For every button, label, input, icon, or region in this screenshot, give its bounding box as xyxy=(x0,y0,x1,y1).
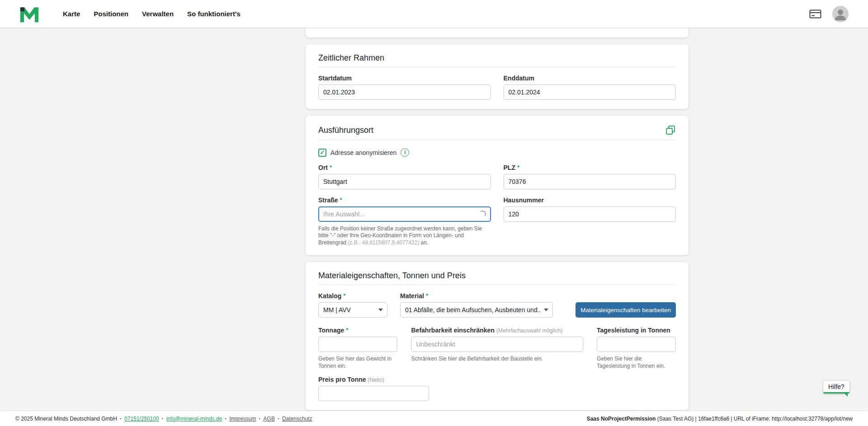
top-navbar: Karte Positionen Verwalten So funktionie… xyxy=(0,0,868,28)
hausnummer-input[interactable] xyxy=(504,206,676,222)
card-icon[interactable] xyxy=(809,9,821,19)
nav-item-positionen[interactable]: Positionen xyxy=(94,10,128,18)
mineral-minds-logo[interactable] xyxy=(19,4,39,24)
material-label: Material* xyxy=(400,292,553,300)
required-asterisk: * xyxy=(346,327,348,333)
tonnage-label: Tonnage* xyxy=(318,327,397,334)
divider xyxy=(318,140,676,140)
card-title: Ausführungsort xyxy=(318,126,373,135)
person-icon xyxy=(832,6,849,22)
field-preis: Preis pro Tonne (Netto) xyxy=(318,376,429,401)
required-asterisk: * xyxy=(340,197,342,203)
strasse-help-text: Falls die Position keiner Straße zugeord… xyxy=(318,225,490,246)
ort-label: Ort* xyxy=(318,164,491,171)
environment-details: (Saas Test AG) | 16fae1ffc6a6 | URL of i… xyxy=(656,416,853,422)
environment-name: Saas NoProjectPermission xyxy=(587,416,656,422)
field-plz: PLZ* xyxy=(504,164,676,189)
chevron-down-icon xyxy=(378,309,383,311)
environment-info: Saas NoProjectPermission (Saas Test AG) … xyxy=(587,416,853,422)
befahrbarkeit-input[interactable] xyxy=(411,337,583,352)
card-bottom-partial xyxy=(306,28,689,37)
separator-dot xyxy=(256,416,264,422)
tonnage-help-text: Geben Sie hier das Gewicht in Tonnen ein… xyxy=(318,356,397,370)
field-katalog: Katalog* MM | AVV xyxy=(318,292,387,318)
field-tonnage: Tonnage* Geben Sie hier das Gewicht in T… xyxy=(318,327,397,370)
anonymize-checkbox[interactable] xyxy=(318,149,326,157)
katalog-label: Katalog* xyxy=(318,292,387,300)
field-befahrbarkeit: Befahrbarkeit einschränken (Mehrfachausw… xyxy=(411,327,583,370)
tagesleistung-label: Tagesleistung in Tonnen xyxy=(597,327,676,334)
field-strasse: Straße* Falls die Position keiner Straße… xyxy=(318,197,491,246)
befahrbarkeit-help-text: Schränken Sie hier die Befahrbarkeit der… xyxy=(411,356,583,363)
startdatum-label: Startdatum xyxy=(318,75,491,82)
field-tagesleistung: Tagesleistung in Tonnen Geben Sie hier d… xyxy=(597,327,676,370)
duplicate-icon[interactable] xyxy=(665,125,676,136)
card-material: Materialeigenschaften, Tonnen und Preis … xyxy=(306,262,689,410)
logo-m-icon xyxy=(19,5,39,23)
anonymize-label[interactable]: Adresse anonymisieren xyxy=(330,149,396,156)
tagesleistung-input[interactable] xyxy=(597,337,676,352)
main-navigation: Karte Positionen Verwalten So funktionie… xyxy=(63,10,241,18)
datenschutz-link[interactable]: Datenschutz xyxy=(282,416,312,422)
katalog-select[interactable]: MM | AVV xyxy=(318,302,387,318)
card-ausfuehrungsort: Ausführungsort Adresse anonymisieren Ort… xyxy=(306,116,689,255)
chevron-down-icon xyxy=(544,309,548,311)
separator-dot xyxy=(275,416,282,422)
email-link[interactable]: info@mineral-minds.de xyxy=(166,416,222,422)
enddatum-input[interactable] xyxy=(504,84,676,100)
form-content: Zeitlicher Rahmen Startdatum Enddatum Au… xyxy=(306,28,689,417)
edit-material-properties-button[interactable]: Materialeigenschaften bearbeiten xyxy=(576,302,676,318)
user-avatar[interactable] xyxy=(832,6,849,22)
plz-input[interactable] xyxy=(504,174,676,189)
plz-label: PLZ* xyxy=(504,164,676,171)
startdatum-input[interactable] xyxy=(318,84,491,100)
field-material: Material* 01 Abfälle, die beim Aufsuchen… xyxy=(400,292,553,318)
loading-spinner-icon xyxy=(479,211,486,217)
separator-dot xyxy=(159,416,166,422)
agb-link[interactable]: AGB xyxy=(264,416,275,422)
preis-input[interactable] xyxy=(318,386,429,401)
ort-input[interactable] xyxy=(318,174,491,189)
tonnage-input[interactable] xyxy=(318,337,397,352)
card-zeitlicher-rahmen: Zeitlicher Rahmen Startdatum Enddatum xyxy=(306,44,689,109)
phone-link[interactable]: 07151/250100 xyxy=(124,416,159,422)
required-asterisk: * xyxy=(426,292,428,299)
field-enddatum: Enddatum xyxy=(504,75,676,100)
strasse-label: Straße* xyxy=(318,197,491,204)
preis-label: Preis pro Tonne (Netto) xyxy=(318,376,429,383)
befahrbarkeit-label: Befahrbarkeit einschränken (Mehrfachausw… xyxy=(411,327,583,334)
required-asterisk: * xyxy=(517,164,519,171)
help-button[interactable]: Hilfe? xyxy=(823,381,849,393)
separator-dot xyxy=(222,416,229,422)
nav-item-verwalten[interactable]: Verwalten xyxy=(142,10,174,18)
field-startdatum: Startdatum xyxy=(318,75,491,100)
nav-item-so-funktionierts[interactable]: So funktioniert's xyxy=(187,10,241,18)
copyright-text: © 2025 Mineral Minds Deutschland GmbH xyxy=(15,416,117,422)
material-select[interactable]: 01 Abfälle, die beim Aufsuchen, Ausbeute… xyxy=(400,302,553,318)
divider xyxy=(318,67,676,67)
separator-dot xyxy=(117,416,124,422)
card-title: Zeitlicher Rahmen xyxy=(318,53,384,63)
divider xyxy=(318,285,676,285)
strasse-input[interactable] xyxy=(318,206,491,222)
required-asterisk: * xyxy=(330,164,332,171)
footer: © 2025 Mineral Minds Deutschland GmbH 07… xyxy=(0,411,868,426)
card-title: Materialeigenschaften, Tonnen und Preis xyxy=(318,271,466,281)
hausnummer-label: Hausnummer xyxy=(504,197,676,204)
impressum-link[interactable]: Impressum xyxy=(229,416,256,422)
info-icon[interactable] xyxy=(401,148,409,157)
required-asterisk: * xyxy=(343,292,345,299)
tagesleistung-help-text: Geben Sie hier die Tagesleistung in Tonn… xyxy=(597,356,676,370)
field-ort: Ort* xyxy=(318,164,491,189)
field-hausnummer: Hausnummer xyxy=(504,197,676,246)
nav-item-karte[interactable]: Karte xyxy=(63,10,80,18)
enddatum-label: Enddatum xyxy=(504,75,676,82)
